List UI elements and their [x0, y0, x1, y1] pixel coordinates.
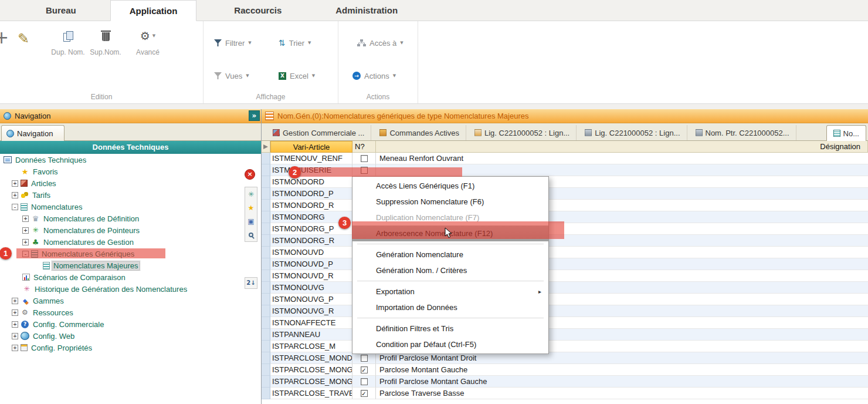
cell-vari-article[interactable]: ISTMONOUVG [270, 282, 352, 294]
access-to-button[interactable]: Accès à ▼ [357, 35, 404, 51]
tree-item-nomenclatures[interactable]: - Nomenclatures [0, 201, 261, 213]
cell-designation[interactable]: Parclose Montant Gauche [376, 364, 868, 376]
select-all-corner[interactable] [262, 141, 270, 153]
cell-checkbox[interactable] [352, 352, 376, 364]
doc-tab-gestion-commerciale[interactable]: Gestion Commerciale ... [266, 125, 371, 140]
table-row[interactable]: ISTPARCLOSE_TRAVB ✓ Parclose Traverse Ba… [262, 388, 868, 399]
tab-application[interactable]: Application [110, 0, 197, 21]
tree-item-tarifs[interactable]: + Tarifs [0, 189, 261, 201]
table-row[interactable]: ISTPARCLOSE_MOND_P Profil Parclose Monta… [262, 352, 868, 364]
cell-vari-article[interactable]: ISTPARCLOSE_MONG [270, 364, 352, 376]
row-selector[interactable] [262, 153, 270, 164]
column-header-vari-article[interactable]: Vari-Article [270, 141, 352, 153]
cell-checkbox[interactable] [352, 376, 376, 388]
actions-button[interactable]: → Actions ▼ [352, 68, 396, 83]
doc-tab-nom-ptr[interactable]: Nom. Ptr. C221000052... [689, 125, 796, 140]
doc-tab-active-nomenclature[interactable]: No... [826, 125, 866, 141]
row-selector[interactable] [262, 352, 270, 364]
cell-vari-article[interactable]: ISTMONOUVD_R [270, 270, 352, 282]
row-selector[interactable] [262, 294, 270, 305]
tree-item-articles[interactable]: + Articles [0, 177, 261, 189]
row-selector[interactable] [262, 164, 270, 176]
cell-designation[interactable]: Meneau Renfort Ouvrant [376, 153, 868, 164]
search-icon[interactable] [245, 228, 257, 241]
excel-export-button[interactable]: X Excel ▼ [279, 68, 315, 83]
delete-nomenclature-button[interactable]: Sup.Nom. [88, 28, 123, 56]
checkbox[interactable] [361, 378, 368, 385]
row-selector[interactable] [262, 235, 270, 247]
cell-vari-article[interactable]: ISTMONOUVG_R [270, 305, 352, 317]
filter-button[interactable]: Filtrer ▼ [214, 35, 252, 51]
sort-button[interactable]: ⇅ Trier ▼ [279, 35, 311, 51]
navigation-tab[interactable]: Navigation [1, 125, 65, 141]
table-row[interactable]: ISTPARCLOSE_MONG_P Profil Parclose Monta… [262, 376, 868, 388]
row-selector[interactable] [262, 247, 270, 258]
row-selector[interactable] [262, 258, 270, 270]
menu-item-exportation[interactable]: Exportation ▸ [352, 284, 548, 299]
doc-tab-commandes-actives[interactable]: Commandes Actives [373, 125, 466, 140]
menu-item-generation-nomenclature[interactable]: Génération Nomenclature [352, 247, 548, 262]
tree-item-donnees-techniques[interactable]: Données Techniques [0, 154, 261, 166]
collapse-minus-icon[interactable]: - [12, 204, 18, 210]
tree-item-nomenclatures-definition[interactable]: + ♛ Nomenclatures de Définition [0, 213, 261, 224]
tree-item-scenarios-comparaison[interactable]: Scénarios de Comparaison [0, 271, 261, 283]
row-selector[interactable] [262, 176, 270, 188]
cell-vari-article[interactable]: ISTPARCLOSE_MOND_P [270, 352, 352, 364]
tree-item-favoris[interactable]: ★ Favoris [0, 166, 261, 177]
favorite-star-icon[interactable]: ★ [245, 201, 257, 214]
menu-item-generation-nom-criteres[interactable]: Génération Nom. / Critères [352, 262, 548, 278]
cell-vari-article[interactable]: ISTMONOUVD [270, 247, 352, 258]
edit-pencil-icon[interactable]: ✎ [18, 31, 29, 47]
tab-administration[interactable]: Administration [326, 0, 407, 21]
tree-item-nomenclatures-gestion[interactable]: + ♣ Nomenclatures de Gestion [0, 236, 261, 248]
checkbox[interactable] [361, 355, 368, 362]
cell-designation[interactable]: Profil Parclose Montant Gauche [376, 376, 868, 388]
tree-item-config-web[interactable]: + Config. Web [0, 330, 261, 342]
expand-plus-icon[interactable]: + [12, 309, 18, 316]
cell-vari-article[interactable]: ISTPANNEAU [270, 329, 352, 341]
menu-item-condition-par-defaut[interactable]: Condition par Défaut (Ctrl-F5) [352, 336, 548, 352]
cell-vari-article[interactable]: ISTMONOUVD_P [270, 258, 352, 270]
doc-tab-ligne-2[interactable]: Lig. C221000052 : Lign... [578, 125, 687, 140]
row-selector[interactable] [262, 341, 270, 352]
tree-item-nomenclatures-majeures[interactable]: Nomenclatures Majeures [0, 260, 261, 271]
column-header-n[interactable]: N? [352, 141, 376, 153]
tree-item-gammes[interactable]: + ◆ Gammes [0, 295, 261, 307]
tree-item-nomenclatures-pointeurs[interactable]: + ✳ Nomenclatures de Pointeurs [0, 224, 261, 236]
row-selector[interactable] [262, 282, 270, 294]
cell-checkbox[interactable]: ✓ [352, 364, 376, 376]
row-selector[interactable] [262, 388, 270, 399]
cell-checkbox[interactable] [352, 153, 376, 164]
cell-vari-article[interactable]: ISTMENOUV_RENF [270, 153, 352, 164]
row-selector[interactable] [262, 188, 270, 200]
row-selector[interactable] [262, 317, 270, 329]
expand-plus-icon[interactable]: + [12, 180, 18, 187]
collapse-panel-button[interactable]: » [249, 110, 260, 121]
cell-vari-article[interactable]: ISTMONOUVG_P [270, 294, 352, 305]
expand-plus-icon[interactable]: + [12, 333, 18, 339]
expand-plus-icon[interactable]: + [12, 321, 18, 328]
cell-vari-article[interactable]: ISTMONDORG_R [270, 235, 352, 247]
expand-plus-icon[interactable]: + [22, 216, 29, 222]
expand-plus-icon[interactable]: + [12, 192, 18, 198]
column-header-designation[interactable]: Désignation [376, 141, 868, 153]
row-selector[interactable] [262, 376, 270, 388]
row-selector[interactable] [262, 305, 270, 317]
cell-vari-article[interactable]: ISTMONDORD_P [270, 188, 352, 200]
cell-vari-article[interactable]: ISTPARCLOSE_MONG_P [270, 376, 352, 388]
row-selector[interactable] [262, 200, 270, 211]
row-selector[interactable] [262, 223, 270, 235]
row-selector[interactable] [262, 329, 270, 341]
table-row[interactable]: ISTPARCLOSE_MONG ✓ Parclose Montant Gauc… [262, 364, 868, 376]
checkbox[interactable]: ✓ [361, 390, 368, 397]
image-icon[interactable]: ▣ [245, 214, 257, 228]
expand-plus-icon[interactable]: + [22, 239, 29, 245]
cell-vari-article[interactable]: ISTNONAFFECTE [270, 317, 352, 329]
cell-vari-article[interactable]: ISTPARCLOSE_M [270, 341, 352, 352]
doc-tab-ligne-1[interactable]: Lig. C221000052 : Lign... [468, 125, 577, 140]
advanced-button[interactable]: ⚙ ▼ Avancé [126, 28, 170, 56]
tab-bureau[interactable]: Bureau [36, 0, 86, 21]
cell-vari-article[interactable]: ISTMONDORD_R [270, 200, 352, 211]
menu-item-suppression-nomenclature[interactable]: Suppression Nomenclature (F6) [352, 194, 548, 210]
tree-item-config-commerciale[interactable]: + ? Config. Commerciale [0, 318, 261, 330]
